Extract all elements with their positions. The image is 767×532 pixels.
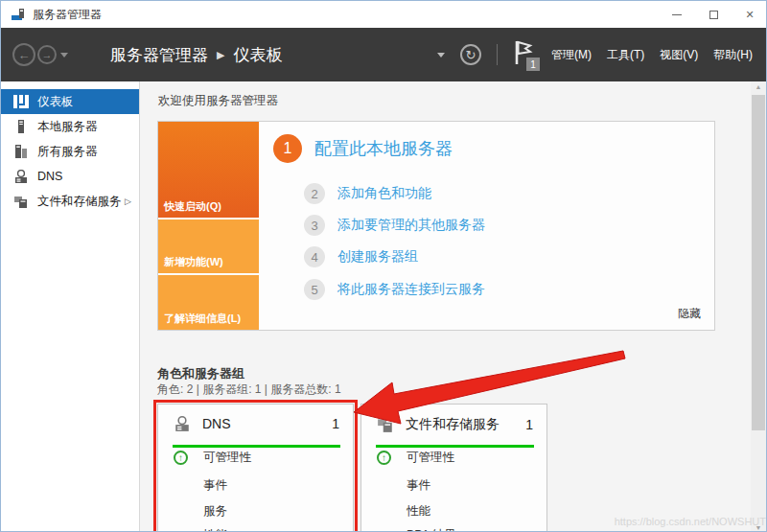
tile-row-events[interactable]: 事件 [203, 477, 227, 494]
step-configure-local-server[interactable]: 1 配置此本地服务器 [273, 134, 453, 163]
menu-view[interactable]: 视图(V) [660, 47, 698, 63]
back-button[interactable]: ← [12, 43, 35, 66]
tile-row-performance[interactable]: 性能 [203, 527, 227, 532]
status-ok-line [376, 445, 534, 448]
tab-learn-more[interactable]: 了解详细信息(L) [158, 275, 259, 330]
step-add-roles-features[interactable]: 2 添加角色和功能 [304, 183, 431, 204]
window-title: 服务器管理器 [33, 7, 102, 23]
step-add-other-servers[interactable]: 3 添加要管理的其他服务器 [304, 215, 485, 236]
sidebar-item-label: DNS [37, 170, 62, 183]
maximize-button[interactable] [695, 1, 732, 28]
breadcrumb-current[interactable]: 仪表板 [233, 44, 282, 66]
tile-title[interactable]: DNS [202, 416, 231, 431]
file-storage-tile-icon [377, 417, 394, 432]
step-label: 添加角色和功能 [337, 185, 431, 202]
step-label: 添加要管理的其他服务器 [337, 217, 485, 234]
refresh-icon: ↻ [466, 48, 476, 62]
notifications-flag-button[interactable]: 1 [513, 40, 536, 69]
tile-row-manageability[interactable]: ↑ 可管理性 [174, 450, 251, 466]
tile-row-performance[interactable]: 性能 [407, 503, 430, 520]
dashboard-icon [13, 95, 29, 108]
breadcrumb-root[interactable]: 服务器管理器 [110, 44, 208, 66]
close-button[interactable]: ✕ [732, 1, 767, 28]
dns-tile-icon [174, 416, 191, 431]
maximize-icon [709, 11, 718, 19]
scroll-up-icon[interactable]: ▲ [751, 83, 766, 90]
status-ok-line [173, 445, 340, 448]
quickstart-strip: 快速启动(Q) 新增功能(W) 了解详细信息(L) [158, 122, 259, 330]
sidebar-item-label: 本地服务器 [37, 119, 98, 135]
scrollbar-thumb[interactable] [752, 95, 765, 430]
tile-row-manageability[interactable]: ↑ 可管理性 [377, 450, 454, 466]
sidebar-item-label: 所有服务器 [37, 144, 98, 160]
notifications-count-badge: 1 [526, 58, 540, 71]
titlebar: 服务器管理器 ✕ [1, 1, 767, 28]
refresh-button[interactable]: ↻ [460, 44, 481, 65]
watermark-text: https://blog.csdn.net/NOWSHUT [615, 516, 766, 527]
vertical-scrollbar[interactable]: ▲ ▼ [751, 81, 766, 532]
forward-button[interactable]: → [37, 45, 57, 64]
step-number-badge: 4 [304, 246, 325, 267]
dns-icon [13, 170, 29, 183]
file-storage-icon [13, 195, 29, 208]
menu-tools[interactable]: 工具(T) [607, 47, 644, 63]
menu-manage[interactable]: 管理(M) [551, 47, 592, 63]
tab-label: 了解详细信息(L) [164, 312, 241, 326]
tile-file-storage-services: 文件和存储服务 1 ↑ 可管理性 事件 性能 BPA 结果 [360, 404, 547, 532]
tab-whats-new[interactable]: 新增功能(W) [158, 220, 259, 273]
breadcrumb-separator-icon: ▶ [217, 49, 224, 61]
minimize-icon [672, 14, 682, 15]
tile-row-label: 事件 [407, 477, 430, 494]
roles-section-summary: 角色: 2 | 服务器组: 1 | 服务器总数: 1 [157, 382, 341, 398]
tab-label: 新增功能(W) [164, 255, 223, 269]
sidebar-item-local-server[interactable]: 本地服务器 [1, 114, 139, 139]
minimize-button[interactable] [659, 1, 695, 28]
tile-dns: DNS 1 ↑ 可管理性 事件 服务 性能 [157, 404, 354, 532]
tile-row-services[interactable]: 服务 [203, 503, 227, 520]
tile-row-label: 可管理性 [203, 450, 251, 466]
menu-help[interactable]: 帮助(H) [713, 47, 753, 63]
tile-row-label: 性能 [407, 503, 430, 520]
tab-label: 快速启动(Q) [164, 199, 221, 214]
manageability-up-icon: ↑ [377, 451, 391, 465]
all-servers-icon [13, 145, 29, 158]
tile-row-label: 可管理性 [407, 450, 454, 466]
sidebar-item-dns[interactable]: DNS [1, 164, 139, 189]
page-dropdown-icon[interactable] [437, 53, 445, 58]
welcome-heading: 欢迎使用服务器管理器 [158, 93, 278, 109]
server-manager-app-icon [11, 7, 26, 22]
sidebar-item-label: 仪表板 [37, 94, 74, 110]
tile-row-bpa-results[interactable]: BPA 结果 [407, 527, 456, 532]
welcome-tile: 快速启动(Q) 新增功能(W) 了解详细信息(L) 1 配置此本地服务器 2 添… [157, 121, 715, 331]
server-manager-window: 服务器管理器 ✕ ← → 服务器管理器 ▶ 仪表板 ↻ 1 [0, 0, 767, 532]
sidebar-item-file-storage[interactable]: 文件和存储服务 ▷ [1, 189, 139, 214]
manageability-up-icon: ↑ [174, 451, 188, 465]
navbar-divider [497, 44, 498, 65]
step-label: 配置此本地服务器 [314, 137, 453, 160]
navbar: ← → 服务器管理器 ▶ 仪表板 ↻ 1 管理(M) 工具(T) 视图(V) 帮… [1, 28, 767, 81]
forward-icon: → [42, 49, 53, 60]
roles-section-title: 角色和服务器组 [157, 365, 244, 382]
sidebar-item-all-servers[interactable]: 所有服务器 [1, 139, 139, 164]
tile-row-events[interactable]: 事件 [407, 477, 430, 494]
sidebar: 仪表板 本地服务器 所有服务器 DNS 文件和存储服务 ▷ [1, 81, 140, 532]
hide-welcome-link[interactable]: 隐藏 [678, 306, 701, 322]
step-number-badge: 1 [273, 134, 302, 163]
tile-row-label: 服务 [203, 503, 227, 520]
tile-row-label: BPA 结果 [407, 527, 456, 532]
history-dropdown-icon[interactable] [60, 53, 68, 58]
tab-quick-start[interactable]: 快速启动(Q) [158, 122, 259, 218]
step-connect-cloud-services[interactable]: 5 将此服务器连接到云服务 [304, 279, 485, 300]
breadcrumb: 服务器管理器 ▶ 仪表板 [110, 44, 282, 66]
step-create-server-group[interactable]: 4 创建服务器组 [304, 246, 418, 267]
close-icon: ✕ [745, 9, 754, 21]
submenu-arrow-icon[interactable]: ▷ [125, 197, 131, 206]
sidebar-item-label: 文件和存储服务 [37, 194, 122, 210]
tile-row-label: 性能 [203, 527, 227, 532]
tile-row-label: 事件 [203, 477, 227, 494]
back-icon: ← [18, 48, 31, 62]
local-server-icon [13, 120, 29, 133]
tile-title[interactable]: 文件和存储服务 [406, 416, 500, 433]
step-number-badge: 5 [304, 279, 325, 300]
sidebar-item-dashboard[interactable]: 仪表板 [1, 89, 139, 114]
